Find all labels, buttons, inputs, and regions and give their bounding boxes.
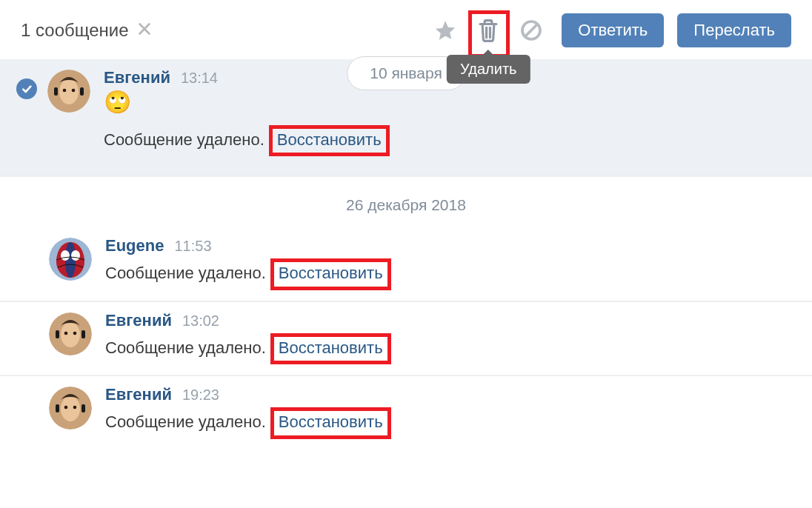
avatar-image xyxy=(49,387,92,430)
selected-check[interactable] xyxy=(16,78,37,99)
avatar[interactable] xyxy=(49,313,92,355)
svg-point-13 xyxy=(61,250,70,261)
message-row[interactable]: 10 января Евгений 13:14 🙄 Сообщение удал… xyxy=(0,59,812,177)
svg-point-24 xyxy=(73,406,77,410)
message-row[interactable]: Евгений 13:02 Сообщение удалено. Восстан… xyxy=(0,302,812,376)
selection-header: 1 сообщение Удалить Ответить Переслать xyxy=(0,0,812,59)
deleted-text: Сообщение удалено. xyxy=(104,130,264,150)
message-emoji: 🙄 xyxy=(104,89,805,115)
svg-rect-20 xyxy=(81,330,85,338)
close-icon xyxy=(136,21,153,37)
deleted-text: Сообщение удалено. xyxy=(105,338,266,358)
svg-rect-19 xyxy=(56,330,59,338)
important-button[interactable] xyxy=(428,13,462,47)
svg-point-7 xyxy=(59,79,79,104)
deleted-text: Сообщение удалено. xyxy=(105,264,266,283)
svg-point-17 xyxy=(64,331,68,335)
message-row[interactable]: Eugene 11:53 Сообщение удалено. Восстано… xyxy=(0,227,812,301)
sender-name[interactable]: Евгений xyxy=(105,385,172,404)
svg-point-22 xyxy=(61,396,80,421)
avatar[interactable] xyxy=(47,70,90,113)
trash-icon xyxy=(477,18,499,43)
message-body: Евгений 19:23 Сообщение удалено. Восстан… xyxy=(105,385,805,438)
message-time: 13:14 xyxy=(181,70,218,87)
svg-line-5 xyxy=(525,24,537,36)
sender-name[interactable]: Евгений xyxy=(105,311,172,330)
message-time: 19:23 xyxy=(182,387,219,404)
svg-point-8 xyxy=(63,89,67,93)
svg-point-23 xyxy=(64,406,68,410)
message-row[interactable]: Евгений 19:23 Сообщение удалено. Восстан… xyxy=(0,376,812,449)
tooltip: Удалить xyxy=(447,55,530,84)
svg-point-18 xyxy=(73,331,77,335)
clear-selection-button[interactable] xyxy=(136,21,153,40)
svg-rect-10 xyxy=(54,87,58,96)
star-icon xyxy=(433,19,457,42)
message-time: 13:02 xyxy=(182,313,219,330)
annotation-highlight: Восстановить xyxy=(269,125,390,156)
date-separator: 26 декабря 2018 xyxy=(0,177,812,227)
avatar[interactable] xyxy=(49,238,92,281)
reply-button[interactable]: Ответить xyxy=(562,13,664,47)
restore-link[interactable]: Восстановить xyxy=(279,338,383,357)
svg-rect-26 xyxy=(81,404,85,412)
message-body: Евгений 13:02 Сообщение удалено. Восстан… xyxy=(105,311,805,364)
svg-rect-11 xyxy=(80,87,84,96)
svg-point-9 xyxy=(72,89,76,93)
annotation-highlight: Восстановить xyxy=(270,258,391,290)
message-time: 11:53 xyxy=(174,238,211,255)
annotation-highlight: Восстановить xyxy=(270,333,391,364)
svg-rect-25 xyxy=(56,404,59,412)
avatar-image xyxy=(49,313,92,355)
avatar-image xyxy=(49,238,92,281)
deleted-text: Сообщение удалено. xyxy=(105,412,266,432)
restore-link[interactable]: Восстановить xyxy=(279,264,383,282)
avatar[interactable] xyxy=(49,387,92,430)
svg-point-14 xyxy=(71,250,80,261)
message-body: Eugene 11:53 Сообщение удалено. Восстано… xyxy=(105,236,805,290)
block-icon xyxy=(519,19,543,42)
delete-button[interactable]: Удалить xyxy=(471,13,505,47)
selection-count: 1 сообщение xyxy=(21,20,129,41)
forward-button[interactable]: Переслать xyxy=(677,13,791,47)
sender-name[interactable]: Eugene xyxy=(105,236,164,255)
svg-point-16 xyxy=(61,322,80,347)
spam-button[interactable] xyxy=(514,13,548,47)
annotation-highlight: Восстановить xyxy=(270,407,391,438)
sender-name[interactable]: Евгений xyxy=(104,68,170,87)
restore-link[interactable]: Восстановить xyxy=(277,130,382,149)
date-label: 26 декабря 2018 xyxy=(346,196,466,213)
restore-link[interactable]: Восстановить xyxy=(279,412,383,431)
check-icon xyxy=(21,83,33,95)
avatar-image xyxy=(47,70,90,113)
tooltip-text: Удалить xyxy=(447,55,530,84)
